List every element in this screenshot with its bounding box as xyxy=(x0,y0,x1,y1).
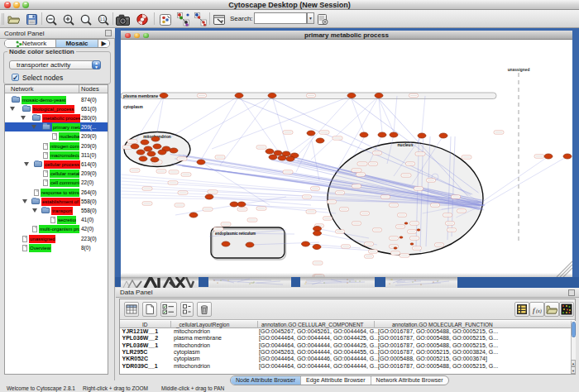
svg-text:unassigned: unassigned xyxy=(508,68,530,72)
svg-text:plasma membrane: plasma membrane xyxy=(123,94,158,98)
svg-text:nucleus: nucleus xyxy=(398,142,414,147)
svg-text:1:1: 1:1 xyxy=(100,17,106,22)
svg-text:endoplasmic reticulum: endoplasmic reticulum xyxy=(215,232,256,236)
svg-text:cytoplasm: cytoplasm xyxy=(123,105,143,109)
svg-text:(x): (x) xyxy=(536,308,542,314)
